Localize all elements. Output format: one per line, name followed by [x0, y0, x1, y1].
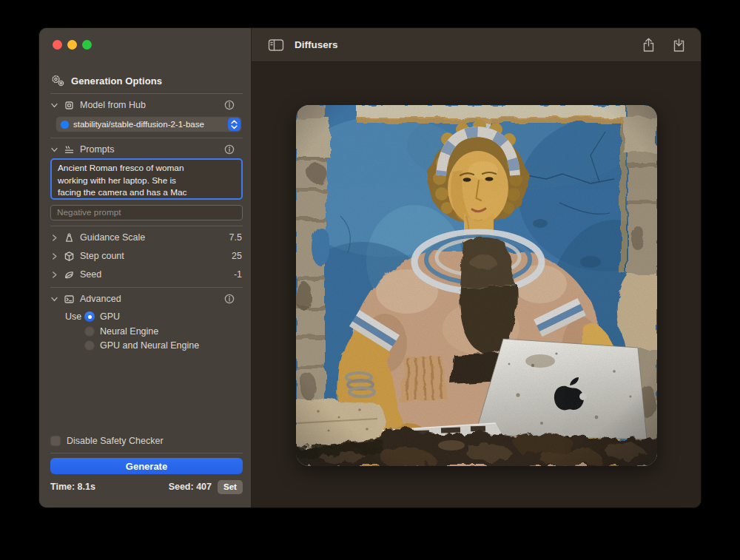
- radio-row-gpu-and-neural-engine[interactable]: GPU and Neural Engine: [84, 340, 199, 351]
- prompt-line: Ancient Roman fresco of woman: [58, 162, 235, 175]
- chip-icon: [63, 100, 75, 111]
- radio-row-neural-engine[interactable]: Neural Engine: [84, 325, 158, 337]
- close-button[interactable]: [53, 40, 62, 50]
- safety-checker-row[interactable]: Disable Safety Checker: [50, 435, 242, 447]
- advanced-section-header: Advanced: [50, 292, 242, 306]
- scale-icon: [63, 232, 75, 243]
- leaf-icon: [63, 269, 75, 280]
- traffic-lights: [53, 40, 92, 50]
- model-status-dot: [61, 121, 69, 129]
- cube-icon: [63, 251, 75, 262]
- radio-neural-engine[interactable]: [84, 326, 95, 337]
- model-select-value: stabilityai/stable-diffusion-2-1-base: [73, 120, 228, 129]
- sidebar-header: Generation Options: [50, 73, 242, 88]
- seed-row: Seed -1: [50, 268, 242, 281]
- main-content: Diffusers: [252, 28, 701, 507]
- generation-options-sidebar: Generation Options Model from Hub stabil…: [39, 28, 252, 507]
- minimize-button[interactable]: [67, 40, 77, 50]
- radio-gpu[interactable]: [84, 311, 95, 322]
- radio-gpu-label: GPU: [100, 311, 120, 322]
- zoom-button[interactable]: [82, 40, 92, 50]
- prompts-section-label: Prompts: [80, 144, 115, 155]
- chevron-down-icon[interactable]: [50, 146, 58, 154]
- safety-checkbox[interactable]: [50, 436, 61, 446]
- step-count-value: 25: [232, 251, 242, 261]
- info-icon[interactable]: [224, 144, 235, 155]
- chevron-right-icon[interactable]: [50, 271, 58, 279]
- app-window: Generation Options Model from Hub stabil…: [39, 28, 701, 507]
- info-icon[interactable]: [224, 100, 235, 110]
- radio-row-gpu[interactable]: GPU: [84, 311, 120, 323]
- quote-list-icon: [63, 144, 75, 155]
- model-select[interactable]: stabilityai/stable-diffusion-2-1-base: [56, 116, 242, 132]
- main-titlebar: Diffusers: [252, 28, 701, 62]
- radio-gpu-and-neural-engine[interactable]: [84, 340, 95, 351]
- generate-button[interactable]: Generate: [50, 458, 243, 474]
- model-section-label: Model from Hub: [80, 100, 146, 110]
- prompt-line: working with her laptop. She is: [58, 175, 235, 187]
- step-count-label: Step count: [80, 251, 124, 261]
- chevron-down-icon[interactable]: [50, 295, 58, 303]
- divider: [50, 93, 243, 94]
- set-seed-button-label: Set: [223, 482, 237, 491]
- share-icon[interactable]: [642, 37, 656, 53]
- info-icon[interactable]: [224, 294, 235, 304]
- prompt-line: facing the camera and has a Mac: [58, 186, 235, 199]
- safety-checkbox-label: Disable Safety Checker: [67, 436, 164, 446]
- step-count-row: Step count 25: [50, 249, 242, 263]
- divider: [50, 226, 243, 226]
- chevron-right-icon[interactable]: [50, 252, 58, 260]
- model-section-header: Model from Hub: [50, 98, 242, 112]
- seed-status: Seed: 407: [169, 482, 212, 492]
- fresco-artwork: [296, 105, 657, 466]
- seed-label: Seed: [80, 269, 101, 280]
- negative-prompt-placeholder: Negative prompt: [57, 207, 121, 217]
- set-seed-button[interactable]: Set: [218, 480, 243, 494]
- window-title: Diffusers: [295, 39, 338, 50]
- status-bar: Time: 8.1s Seed: 407 Set: [50, 479, 243, 494]
- generated-image: [296, 105, 657, 466]
- seed-value: -1: [234, 269, 242, 280]
- negative-prompt-input[interactable]: Negative prompt: [50, 205, 243, 220]
- radio-gpu-and-neural-engine-label: GPU and Neural Engine: [100, 340, 199, 351]
- radio-neural-engine-label: Neural Engine: [100, 326, 158, 337]
- chevron-down-icon[interactable]: [50, 101, 58, 109]
- select-stepper-icon: [228, 118, 240, 131]
- guidance-scale-value: 7.5: [229, 232, 242, 243]
- guidance-scale-label: Guidance Scale: [80, 232, 145, 243]
- generate-button-label: Generate: [126, 461, 167, 472]
- prompts-section-header: Prompts: [50, 143, 242, 156]
- sidebar-title: Generation Options: [71, 75, 162, 87]
- divider: [50, 287, 243, 288]
- chevron-right-icon[interactable]: [50, 234, 58, 242]
- save-icon[interactable]: [672, 37, 686, 53]
- advanced-section-label: Advanced: [80, 294, 121, 304]
- time-status: Time: 8.1s: [50, 482, 95, 492]
- sidebar-toggle-icon[interactable]: [268, 38, 284, 52]
- prompt-input[interactable]: Ancient Roman fresco of woman working wi…: [50, 158, 243, 200]
- terminal-icon: [63, 294, 75, 305]
- use-label: Use: [65, 311, 81, 322]
- gears-icon: [50, 74, 67, 87]
- divider: [50, 453, 243, 453]
- guidance-scale-row: Guidance Scale 7.5: [50, 231, 242, 244]
- divider: [50, 138, 243, 138]
